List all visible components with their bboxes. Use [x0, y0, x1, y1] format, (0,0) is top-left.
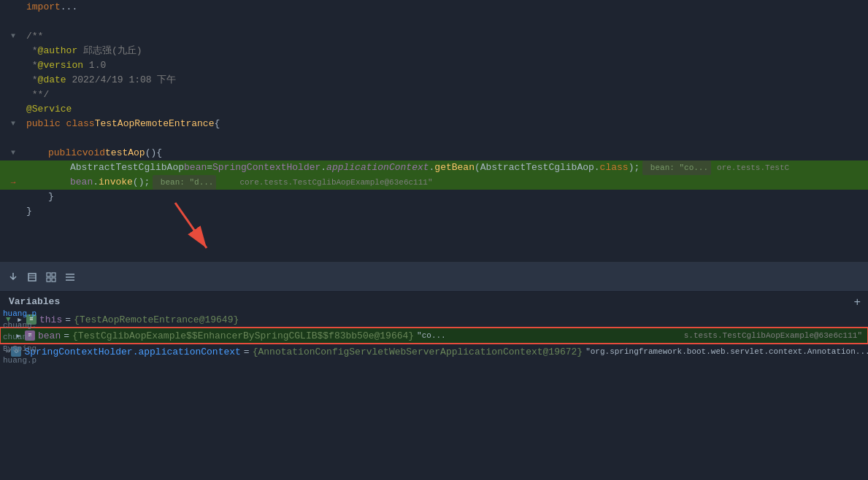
code-text: **/ — [26, 88, 49, 102]
code-text: applicationContext — [326, 160, 429, 175]
line-fold-icon[interactable]: ▼ — [6, 29, 20, 44]
line-gutter: → — [6, 175, 20, 190]
var-value-spring: {AnnotationConfigServletWebServerApplica… — [253, 347, 583, 357]
var-value-bean-suffix: "co... — [417, 331, 446, 340]
code-text: AbstractTestCglibAop — [70, 160, 184, 175]
code-text: /** — [26, 29, 43, 44]
code-text: public — [48, 146, 82, 160]
variables-list: ▼ ▶ ≡ this = {TestAopRemoteEntrance@1964… — [0, 311, 868, 360]
code-text: . — [320, 160, 326, 175]
variables-header: Variables — [0, 292, 868, 311]
debugger-toolbar — [0, 263, 868, 292]
code-text: = — [207, 160, 212, 175]
code-text: . — [429, 160, 435, 175]
code-text: (AbstractTestCglibAop. — [475, 160, 600, 175]
ide-container: import ... ▼ /** * @author 邱志强(九丘) — [0, 0, 868, 480]
variables-title: Variables — [9, 296, 60, 307]
side-file-list: huang.p chuang. chuang. BySping huang.p — [0, 308, 40, 366]
code-line: } — [0, 190, 868, 204]
code-text: core.tests.TestCglibAopExample@63e6c111" — [239, 175, 432, 190]
code-text: } — [48, 190, 54, 204]
inline-hint: bean: "d... — [153, 175, 216, 190]
code-text: ore.tests.TestC — [717, 160, 789, 175]
var-value-this: {TestAopRemoteEntrance@19649} — [74, 314, 239, 325]
code-text: public class — [26, 117, 95, 131]
list-icon[interactable] — [63, 270, 77, 284]
code-text: (); — [133, 175, 150, 190]
code-text: class — [600, 160, 629, 175]
code-line — [0, 131, 868, 146]
code-line-highlighted: AbstractTestCglibAop bean = SpringContex… — [0, 160, 868, 175]
variables-panel: Variables + ▼ ▶ ≡ this = {TestAopRemoteE… — [0, 292, 868, 480]
code-line: ▼ /** — [0, 29, 868, 44]
code-text: SpringContextHolder — [212, 160, 320, 175]
code-text: * — [26, 58, 38, 73]
code-text: TestAopRemoteEntrance — [95, 117, 215, 131]
step-icon[interactable] — [25, 270, 39, 284]
var-name-spring: SpringContextHolder.applicationContext — [24, 347, 240, 357]
code-line: * @author 邱志强(九丘) — [0, 44, 868, 58]
var-value-bean-right: s.tests.TestCglibAopExample@63e6c111" — [684, 331, 862, 340]
code-line: @Service — [0, 102, 868, 117]
code-text: testAop — [105, 146, 145, 160]
step-down-icon[interactable] — [6, 270, 20, 284]
code-text: { — [214, 117, 220, 131]
code-text: ... — [61, 0, 77, 15]
svg-rect-7 — [52, 278, 55, 282]
code-text: bean — [70, 175, 93, 190]
code-text: @author — [38, 44, 78, 58]
code-line: import ... — [0, 0, 868, 15]
plus-button[interactable]: + — [853, 296, 861, 309]
var-equals: = — [65, 314, 71, 325]
svg-rect-6 — [47, 278, 50, 282]
code-line — [0, 15, 868, 29]
code-text: import — [26, 0, 61, 15]
var-row-spring[interactable]: ∞ ○ SpringContextHolder.applicationConte… — [0, 344, 868, 360]
grid-icon[interactable] — [44, 270, 58, 284]
code-text: @Service — [26, 102, 72, 117]
code-line: * @date 2022/4/19 1:08 下午 — [0, 73, 868, 88]
editor-area: import ... ▼ /** * @author 邱志强(九丘) — [0, 0, 868, 263]
var-name-this: this — [39, 314, 62, 325]
side-file-item[interactable]: chuang. — [0, 320, 40, 331]
var-name-bean: bean — [38, 330, 61, 341]
code-text: 2022/4/19 1:08 下午 — [66, 73, 177, 88]
code-text: (){ — [145, 146, 162, 160]
svg-rect-5 — [52, 273, 55, 276]
code-text: } — [26, 204, 32, 219]
inline-hint: bean: "co... — [642, 160, 711, 175]
code-text: * — [26, 73, 38, 88]
side-file-item[interactable]: huang.p — [0, 355, 40, 366]
var-equals: = — [64, 330, 69, 341]
side-file-item[interactable]: huang.p — [0, 308, 40, 320]
code-text: . — [93, 175, 99, 190]
code-text: 邱志强(九丘) — [77, 44, 142, 58]
side-file-item[interactable]: chuang. — [0, 331, 40, 343]
line-fold-icon[interactable]: ▼ — [6, 146, 20, 160]
code-line: } — [0, 204, 868, 219]
line-fold-icon[interactable]: ▼ — [6, 117, 20, 131]
code-text: invoke — [99, 175, 133, 190]
code-content: import ... ▼ /** * @author 邱志强(九丘) — [0, 0, 868, 219]
code-text: ); — [629, 160, 640, 175]
code-line-highlighted-2: → bean . invoke (); bean: "d... core.tes… — [0, 175, 868, 190]
var-value-spring-suffix: "org.springframework.boot.web.servlet.co… — [585, 347, 868, 356]
code-line: * @version 1.0 — [0, 58, 868, 73]
svg-rect-4 — [47, 273, 50, 276]
code-line: ▼ public void testAop (){ — [0, 146, 868, 160]
code-text: bean — [184, 160, 207, 175]
code-text: void — [82, 146, 105, 160]
code-line: **/ — [0, 88, 868, 102]
var-row-bean[interactable]: ▶ ≡ bean = {TestCglibAopExample$$Enhance… — [0, 328, 868, 344]
side-file-item[interactable]: BySping — [0, 343, 40, 355]
code-line: ▼ public class TestAopRemoteEntrance { — [0, 117, 868, 131]
code-text: getBean — [434, 160, 475, 175]
var-value-bean: {TestCglibAopExample$$EnhancerBySpringCG… — [72, 330, 414, 341]
var-equals: = — [244, 347, 250, 357]
code-text: * — [26, 44, 38, 58]
code-text: @date — [38, 73, 66, 88]
var-row-this[interactable]: ▼ ▶ ≡ this = {TestAopRemoteEntrance@1964… — [0, 311, 868, 328]
code-text: @version — [38, 58, 83, 73]
code-text: 1.0 — [83, 58, 106, 73]
